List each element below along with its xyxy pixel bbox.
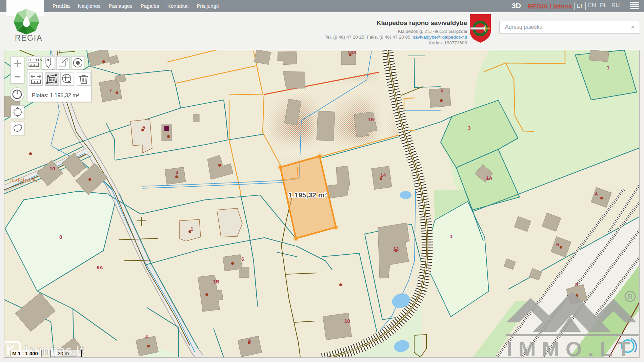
svg-text:10: 10 [344, 318, 350, 324]
svg-text:M 1 : 1 000: M 1 : 1 000 [12, 350, 38, 356]
svg-text:5: 5 [142, 125, 145, 130]
svg-text:20 m: 20 m [58, 350, 69, 356]
svg-text:4: 4 [145, 334, 148, 340]
svg-text:8: 8 [59, 234, 62, 240]
svg-text:1B: 1B [213, 279, 219, 284]
svg-text:4: 4 [595, 191, 598, 196]
svg-text:18A: 18A [347, 50, 357, 55]
svg-text:6: 6 [556, 241, 559, 247]
svg-text:1: 1 [190, 226, 193, 232]
svg-text:8: 8 [575, 281, 578, 287]
svg-text:5: 5 [441, 87, 443, 93]
svg-text:1 195,32 m²: 1 195,32 m² [288, 191, 327, 199]
svg-text:Kalotės k.: Kalotės k. [10, 177, 37, 183]
svg-text:3: 3 [176, 169, 178, 175]
svg-text:14: 14 [380, 172, 386, 178]
svg-text:6: 6 [241, 256, 244, 262]
svg-text:7: 7 [109, 87, 112, 93]
svg-text:12: 12 [393, 246, 399, 252]
svg-text:6: 6 [248, 338, 251, 344]
svg-text:3: 3 [468, 125, 470, 131]
svg-text:10: 10 [49, 166, 55, 171]
svg-text:REGIA: REGIA [15, 34, 43, 42]
svg-text:6A: 6A [97, 264, 103, 270]
svg-text:R: R [628, 293, 633, 300]
svg-text:1: 1 [607, 65, 609, 70]
svg-text:1A: 1A [486, 175, 492, 181]
svg-text:16: 16 [368, 116, 374, 122]
svg-text:1: 1 [450, 233, 452, 239]
svg-text:IMMO.LT: IMMO.LT [506, 337, 636, 357]
